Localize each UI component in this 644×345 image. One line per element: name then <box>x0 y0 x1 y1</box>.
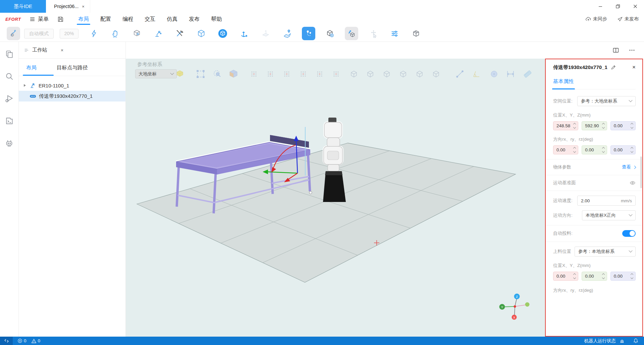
spinner-icon[interactable] <box>631 147 633 152</box>
robot-arm-button[interactable] <box>148 26 169 41</box>
direction-value: 本地坐标X正向 <box>586 212 616 218</box>
move-cursor-button[interactable] <box>362 26 384 41</box>
spatial-ref-dropdown[interactable]: 参考：大地坐标系 <box>577 96 636 106</box>
path-points-button[interactable] <box>298 26 319 41</box>
restore-button[interactable] <box>609 0 627 13</box>
feed-y-input[interactable]: 0.00 <box>582 272 607 281</box>
remote-connect-button[interactable] <box>0 337 13 345</box>
scene-canvas[interactable]: Z Y X <box>126 59 545 337</box>
spinner-icon[interactable] <box>631 274 633 279</box>
menu-toggle-button[interactable]: 菜单 <box>30 16 49 23</box>
spinner-icon[interactable] <box>631 123 633 128</box>
move-axes-button[interactable] <box>233 26 255 41</box>
pages-icon[interactable] <box>5 50 14 59</box>
alarm-beacon-icon[interactable] <box>619 338 625 344</box>
direction-dropdown[interactable]: 本地坐标X正向 <box>582 210 636 220</box>
orientation-gizmo[interactable]: Z Y X <box>499 294 530 320</box>
tab-layout[interactable]: 布局 <box>25 64 38 76</box>
robot-head-icon[interactable] <box>5 139 14 148</box>
window-controls <box>592 0 644 13</box>
robot-model[interactable] <box>323 118 346 202</box>
close-button[interactable] <box>627 0 644 13</box>
viewport-3d[interactable]: 参考坐标系 大地坐标 <box>126 59 545 337</box>
edit-pencil-icon[interactable] <box>611 65 616 70</box>
cube-outline-button[interactable] <box>191 26 212 41</box>
map-pin-button[interactable] <box>276 26 298 41</box>
more-icon[interactable] <box>629 47 635 54</box>
workstation-tab-close-icon[interactable]: × <box>61 48 63 53</box>
bell-icon[interactable] <box>633 338 639 344</box>
auto-mode-button[interactable]: 自动模式 <box>24 29 54 39</box>
error-counter[interactable]: 0 <box>17 338 26 343</box>
app-name: 墨斗IDE <box>14 3 32 10</box>
publish-status[interactable]: 未发布 <box>617 16 639 22</box>
feed-ref-dropdown[interactable]: 参考：本地坐标系 <box>575 247 636 257</box>
workstation-tab[interactable]: 工作站 × <box>19 42 125 59</box>
zoom-level-button[interactable]: 20% <box>60 29 78 39</box>
view-cube-button[interactable] <box>212 26 233 41</box>
feed-z-input[interactable]: 0.00 <box>610 272 636 281</box>
menu-item-interaction[interactable]: 交互 <box>145 13 155 25</box>
project-tab[interactable]: Project06... × <box>46 0 90 13</box>
terminal-file-icon[interactable] <box>5 117 14 125</box>
tree-row-conveyor[interactable]: 传送带1930x420x770_1 <box>19 91 125 101</box>
robot-status-label[interactable]: 机器人运行状态 <box>584 338 616 344</box>
package-button[interactable] <box>405 26 427 41</box>
menu-item-help[interactable]: 帮助 <box>211 13 222 25</box>
rotate-cube-button[interactable] <box>341 26 362 41</box>
debug-run-icon[interactable] <box>5 94 14 103</box>
tools-button[interactable] <box>169 26 191 41</box>
robot-config-button[interactable] <box>5 26 22 41</box>
spinner-icon[interactable] <box>574 147 576 152</box>
menu-item-publish[interactable]: 发布 <box>189 13 200 25</box>
eye-icon[interactable] <box>630 180 636 186</box>
spinner-icon[interactable] <box>602 123 604 128</box>
position-y-input[interactable]: 592.90 <box>582 121 607 130</box>
view-params-link[interactable]: 查看 <box>622 164 636 170</box>
menu-item-layout[interactable]: 布局 <box>78 13 89 25</box>
feed-x-input[interactable]: 0.00 <box>553 272 578 281</box>
cube-pin-button[interactable] <box>319 26 341 41</box>
save-button[interactable] <box>57 16 64 22</box>
spinner-icon[interactable] <box>602 147 604 152</box>
rotation-ry-input[interactable]: 0.00 <box>582 145 607 154</box>
plane-button[interactable] <box>255 26 276 41</box>
warning-count: 0 <box>38 338 41 343</box>
panel-close-icon[interactable]: × <box>632 64 636 71</box>
tab-basic-properties[interactable]: 基本属性 <box>553 78 574 89</box>
spinner-icon[interactable] <box>602 274 604 279</box>
rotation-rx-input[interactable]: 0.00 <box>553 145 578 154</box>
project-tab-close-icon[interactable]: × <box>82 4 85 9</box>
spinner-icon[interactable] <box>574 123 576 128</box>
machine-box-button[interactable] <box>126 26 148 41</box>
settings-sliders-button[interactable] <box>384 26 405 41</box>
auto-feed-toggle[interactable] <box>622 230 636 237</box>
minimize-button[interactable] <box>592 0 609 13</box>
gizmo-x-label: X <box>513 316 515 319</box>
search-icon[interactable] <box>5 72 14 81</box>
split-view-icon[interactable] <box>612 47 619 54</box>
coord-system-dropdown[interactable]: 大地坐标 <box>135 69 177 78</box>
speed-input[interactable]: 2.00 mm/s <box>577 196 636 206</box>
panel-scrollbar[interactable] <box>640 156 642 188</box>
tab-targets-paths[interactable]: 目标点与路径 <box>55 64 89 76</box>
drag-hand-button[interactable] <box>105 26 126 41</box>
gizmo-y-label: Y <box>501 305 503 309</box>
app-tab[interactable]: 墨斗IDE <box>0 0 46 13</box>
position-y-value: 592.90 <box>585 123 599 128</box>
position-z-input[interactable]: 0.00 <box>610 121 636 130</box>
menu-item-simulation[interactable]: 仿真 <box>167 13 177 25</box>
rotation-rz-input[interactable]: 0.00 <box>610 145 636 154</box>
menu-item-programming[interactable]: 编程 <box>122 13 133 25</box>
tree-row-robot[interactable]: ER10-1100_1 <box>19 80 125 91</box>
position-z-value: 0.00 <box>614 123 623 128</box>
expand-caret-icon[interactable] <box>23 84 27 87</box>
lightning-button[interactable] <box>83 26 105 41</box>
warning-counter[interactable]: 0 <box>31 338 41 344</box>
robot-arm-icon <box>154 29 163 38</box>
spinner-icon[interactable] <box>574 274 576 279</box>
coord-system-value: 大地坐标 <box>139 71 157 77</box>
sync-status[interactable]: 未同步 <box>585 16 607 22</box>
position-x-input[interactable]: 248.58 <box>553 121 578 130</box>
menu-item-config[interactable]: 配置 <box>100 13 111 25</box>
